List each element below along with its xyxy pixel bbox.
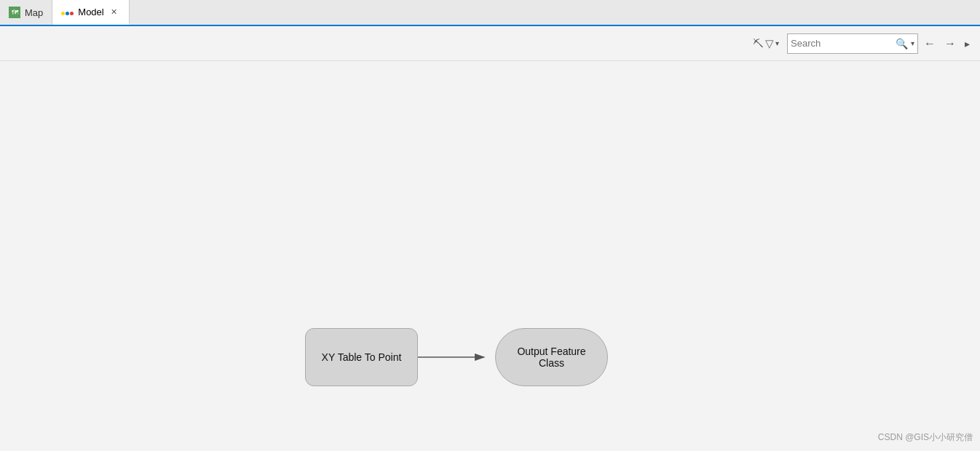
search-box: 🔍 ▾ [787, 33, 918, 54]
process-node-label: XY Table To Point [322, 351, 402, 363]
watermark: CSDN @GIS小小研究僧 [878, 431, 973, 444]
connection-arrow [0, 61, 980, 451]
filter-icon: ⛏ [753, 37, 764, 49]
search-input[interactable] [791, 38, 893, 49]
tab-model-label: Model [78, 7, 103, 17]
search-icon[interactable]: 🔍 [894, 36, 909, 51]
filter-button[interactable]: ⛏ ▽ ▾ [748, 33, 784, 54]
tab-bar: 🗺 Map Model ✕ [0, 0, 980, 26]
tab-map[interactable]: 🗺 Map [0, 0, 52, 25]
tab-close-button[interactable]: ✕ [108, 6, 120, 17]
search-dropdown-arrow[interactable]: ▾ [911, 39, 914, 47]
map-icon: 🗺 [9, 7, 20, 18]
output-node-label: Output Feature Class [510, 346, 593, 369]
output-node[interactable]: Output Feature Class [495, 328, 608, 386]
tab-model[interactable]: Model ✕ [52, 0, 129, 25]
more-button[interactable]: ▸ [962, 36, 973, 51]
forward-button[interactable]: → [941, 36, 959, 52]
tab-map-label: Map [25, 7, 43, 18]
model-icon [61, 7, 74, 17]
filter-dropdown-arrow: ▾ [775, 39, 779, 47]
filter-funnel-icon: ▽ [765, 37, 774, 50]
model-canvas: XY Table To Point Output Feature Class C… [0, 61, 980, 451]
process-node[interactable]: XY Table To Point [305, 328, 418, 386]
back-button[interactable]: ← [921, 36, 938, 52]
toolbar: ⛏ ▽ ▾ 🔍 ▾ ← → ▸ [0, 26, 980, 61]
